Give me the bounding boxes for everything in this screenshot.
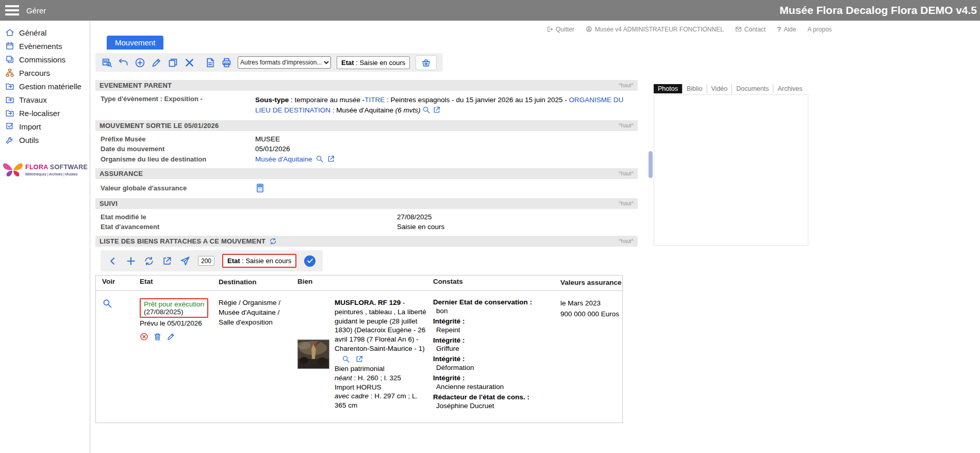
tab-video[interactable]: Vidéo <box>707 84 732 93</box>
add-circle-icon[interactable] <box>135 57 145 68</box>
external-link-icon[interactable] <box>327 155 335 163</box>
add-icon[interactable] <box>126 256 136 266</box>
delete-icon[interactable] <box>184 57 195 68</box>
grid-search-icon[interactable] <box>102 57 112 68</box>
sidebar-item-outils[interactable]: Outils <box>0 133 90 147</box>
sidebar-item-commissions[interactable]: Commissions <box>0 53 90 66</box>
help-icon: ? <box>777 25 781 33</box>
column-header-etat: Etat <box>135 278 213 288</box>
suivi-content: Etat modifié le 27/08/2025 Etat d'avance… <box>95 209 638 236</box>
folder-arrow-icon <box>5 95 14 104</box>
evenement-parent-details: Sous-type : temporaire au musée -TITRE :… <box>255 95 633 115</box>
a-propos-link[interactable]: A propos <box>807 26 832 33</box>
tab-mouvement[interactable]: Mouvement <box>107 36 163 50</box>
edit-icon[interactable] <box>167 332 175 341</box>
wrench-icon <box>5 135 14 144</box>
brand-software: SOFTWARE <box>48 164 88 171</box>
hamburger-menu-icon[interactable] <box>5 5 19 15</box>
edit-icon[interactable] <box>151 57 162 68</box>
printer-icon[interactable] <box>221 57 232 68</box>
basket-icon <box>421 58 431 68</box>
sidebar-item-travaux[interactable]: Travaux <box>0 93 90 106</box>
mouvement-content: Préfixe Musée MUSEE Date du mouvement 05… <box>95 131 638 168</box>
cancel-icon[interactable] <box>140 332 148 341</box>
main-toolbar: Autres formats d'impression... Etat : Sa… <box>95 53 443 72</box>
basket-button[interactable] <box>416 55 437 70</box>
print-format-select[interactable]: Autres formats d'impression... <box>238 56 331 69</box>
haut-link[interactable]: ^haut^ <box>619 83 634 88</box>
back-icon[interactable] <box>108 256 118 266</box>
sidebar-item-evenements[interactable]: Evènements <box>0 39 90 53</box>
type-evenement-label: Type d'évènement : Exposition - <box>95 95 255 103</box>
sidebar: Général Evènements Commissions Parcours … <box>0 21 90 453</box>
field-row: Organisme du lieu de destination Musée d… <box>95 154 638 164</box>
tab-documents[interactable]: Documents <box>732 84 773 93</box>
send-icon[interactable] <box>180 256 190 266</box>
section-title: LISTE DES BIENS RATTACHES A CE MOUVEMENT <box>99 237 265 245</box>
prefixe-musee-value: MUSEE <box>255 135 280 143</box>
section-title: EVENEMENT PARENT <box>99 82 172 89</box>
folder-arrow-icon <box>5 82 14 91</box>
section-liste-biens-header: LISTE DES BIENS RATTACHES A CE MOUVEMENT… <box>95 236 638 247</box>
top-bar: Gérer Musée Flora Decalog Flora DEMO v4.… <box>0 0 980 21</box>
sidebar-item-gestion-materielle[interactable]: Gestion matérielle <box>0 79 90 93</box>
menu-label: Gérer <box>26 6 46 15</box>
layers-icon <box>5 55 14 64</box>
haut-link[interactable]: ^haut^ <box>619 171 634 176</box>
haut-link[interactable]: ^haut^ <box>619 238 634 244</box>
check-icon <box>307 257 313 264</box>
external-link-icon[interactable] <box>355 355 363 363</box>
trash-icon[interactable] <box>153 332 162 341</box>
brand-tagline: Bibliothèques | Archives | Musées <box>25 172 88 176</box>
section-evenement-parent-header: EVENEMENT PARENT ^haut^ <box>95 80 638 91</box>
page-size-input[interactable] <box>198 256 214 266</box>
sidebar-item-import[interactable]: Import <box>0 120 90 133</box>
calculator-icon[interactable] <box>255 183 265 193</box>
aide-link[interactable]: ? Aide <box>777 25 796 33</box>
titre-link[interactable]: TITRE <box>364 96 385 104</box>
import-icon <box>5 122 14 131</box>
bien-description: MUSFLORA. RF 129 - peintures , tableau ,… <box>335 298 426 410</box>
sidebar-item-label: Commissions <box>19 55 65 64</box>
haut-link[interactable]: ^haut^ <box>619 201 634 206</box>
search-icon[interactable] <box>422 106 430 114</box>
undo-icon[interactable] <box>118 57 129 68</box>
search-icon[interactable] <box>315 155 324 163</box>
refresh-icon[interactable] <box>269 237 277 245</box>
etat-filter-box[interactable]: Etat : Saisie en cours <box>222 254 296 268</box>
photos-panel-content <box>654 94 808 246</box>
view-record-icon[interactable] <box>102 298 112 309</box>
vertical-scrollbar[interactable] <box>649 151 653 178</box>
section-title: SUIVI <box>99 200 118 207</box>
etat-modifie-value: 27/08/2025 <box>397 213 432 221</box>
tab-photos[interactable]: Photos <box>654 84 682 93</box>
document-icon[interactable] <box>205 57 215 68</box>
copy-icon[interactable] <box>168 57 178 68</box>
search-icon[interactable] <box>342 355 350 363</box>
musee-aquitaine-link[interactable]: Musée d'Aquitaine <box>255 155 312 163</box>
artwork-thumbnail[interactable] <box>297 339 329 369</box>
header-links: Quitter Musée v4 ADMINISTRATEUR FONCTION… <box>546 25 832 33</box>
external-link-icon[interactable] <box>162 256 172 266</box>
table-header-row: Voir Etat Destination Bien Constats Vale… <box>96 276 622 291</box>
row-actions <box>140 332 213 341</box>
tab-archives[interactable]: Archives <box>773 84 806 93</box>
prevu-date: Prévu le 05/01/2026 <box>140 319 213 327</box>
app-title: Musée Flora Decalog Flora DEMO v4.5 <box>779 4 980 17</box>
section-title: MOUVEMENT SORTIE LE 05/01/2026 <box>99 122 219 130</box>
haut-link[interactable]: ^haut^ <box>619 123 634 128</box>
external-link-icon[interactable] <box>433 106 441 114</box>
recycle-icon[interactable] <box>144 256 154 266</box>
bien-import: Import HORUS <box>335 383 426 392</box>
user-account-link[interactable]: Musée v4 ADMINISTRATEUR FONCTIONNEL <box>586 26 724 33</box>
field-row: Etat modifié le 27/08/2025 <box>95 212 638 222</box>
biens-table: Voir Etat Destination Bien Constats Vale… <box>95 275 623 423</box>
tab-biblio[interactable]: Biblio <box>682 84 707 93</box>
contact-link[interactable]: Contact <box>735 26 766 33</box>
sidebar-item-re-localiser[interactable]: Re-localiser <box>0 106 90 120</box>
validate-button[interactable] <box>304 255 315 267</box>
sidebar-item-parcours[interactable]: Parcours <box>0 66 90 79</box>
sidebar-item-general[interactable]: Général <box>0 26 90 39</box>
quitter-link[interactable]: Quitter <box>546 26 574 33</box>
assurance-amount: 900 000 000 Euros <box>560 309 622 320</box>
